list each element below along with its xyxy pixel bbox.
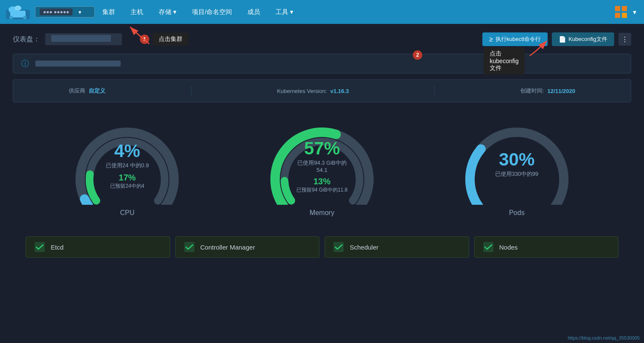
info-text-placeholder — [35, 61, 121, 67]
gauge-used-pods: 已使用330中的99 — [495, 170, 538, 178]
nav-tools[interactable]: 工具▾ — [268, 0, 301, 24]
cluster-name — [45, 33, 122, 45]
stat-version: Kubernetes Version: v1.16.3 — [277, 88, 348, 94]
svg-point-5 — [23, 16, 26, 19]
cluster-selector[interactable]: ●●● ●●●●● ▾ — [35, 6, 95, 17]
status-name: Nodes — [499, 244, 518, 251]
provider-value: 自定义 — [89, 87, 105, 95]
svg-point-2 — [15, 6, 21, 11]
main-content: 仪表盘： 1 点击集群 ≥ 执行kubectl命令行 📄 Kubeconfig文… — [0, 24, 644, 273]
gauge-used-cpu: 已使用24 中的0.9 — [106, 162, 149, 169]
status-item-etcd: Etcd — [26, 236, 170, 258]
gauge-percent-pods: 30% — [495, 151, 538, 169]
nav-host[interactable]: 主机 — [123, 0, 151, 24]
dashboard-header: 仪表盘： 1 点击集群 ≥ 执行kubectl命令行 📄 Kubeconfig文… — [13, 32, 631, 46]
svg-rect-3 — [10, 11, 26, 17]
stat-created: 创建时间: 12/11/2020 — [520, 87, 575, 95]
nav-cluster[interactable]: 集群 — [95, 0, 123, 24]
check-icon — [483, 242, 493, 252]
file-icon: 📄 — [559, 36, 566, 43]
created-value: 12/11/2020 — [548, 88, 575, 94]
logo-icon — [5, 3, 31, 21]
version-value: v1.16.3 — [330, 88, 348, 94]
svg-point-4 — [9, 16, 13, 19]
check-icon — [334, 242, 344, 252]
gauge-reserved-label-memory: 已预留94 GiB中的11.8 — [294, 186, 350, 194]
svg-rect-8 — [615, 13, 620, 18]
stat-divider-2 — [434, 86, 435, 96]
terminal-icon: ≥ — [489, 35, 493, 43]
step-badge-1: 1 — [140, 35, 149, 44]
gauge-used-memory: 已使用94.3 GiB中的54.1 — [294, 159, 350, 173]
nav-dropdown-arrow[interactable]: ▾ — [630, 8, 639, 16]
status-name: Controller Manager — [200, 244, 255, 251]
info-bar: ⓘ — [13, 54, 631, 73]
stat-divider-1 — [191, 86, 191, 96]
watermark: https://blog.csdn.net/qq_35530005 — [568, 335, 640, 340]
svg-rect-9 — [622, 13, 627, 18]
kubeconfig-button[interactable]: 📄 Kubeconfig文件 — [552, 32, 614, 46]
gauge-center-pods: 30%已使用330中的99 — [495, 151, 538, 178]
top-nav: ●●● ●●●●● ▾ 集群 主机 存储▾ 项目/命名空间 成员 工具▾ ▾ — [0, 0, 644, 24]
gauge-pods: 30%已使用330中的99Pods — [428, 119, 606, 217]
gauge-reserved-memory: 13% — [294, 177, 350, 186]
gauge-wrap-memory: 57%已使用94.3 GiB中的54.113%已预留94 GiB中的11.8 — [267, 119, 377, 205]
more-button[interactable]: ⋮ — [618, 33, 631, 46]
annotation1-tooltip: 点击集群 — [153, 33, 189, 46]
gauge-memory: 57%已使用94.3 GiB中的54.113%已预留94 GiB中的11.8Me… — [233, 119, 411, 217]
gauge-reserved-label-cpu: 已预留24中的4 — [106, 183, 149, 190]
dashboard-header-area: 仪表盘： 1 点击集群 ≥ 执行kubectl命令行 📄 Kubeconfig文… — [13, 32, 631, 46]
stat-provider: 供应商 自定义 — [69, 87, 105, 95]
gauge-section: 4%已使用24 中的0.917%已预留24中的4CPU57%已使用94.3 Gi… — [13, 115, 631, 230]
svg-rect-7 — [622, 6, 627, 11]
check-icon — [184, 242, 194, 252]
status-item-nodes: Nodes — [474, 236, 619, 258]
gauge-center-cpu: 4%已使用24 中的0.917%已预留24中的4 — [106, 142, 149, 190]
info-icon: ⓘ — [20, 58, 30, 69]
nav-member[interactable]: 成员 — [240, 0, 268, 24]
gauge-center-memory: 57%已使用94.3 GiB中的54.113%已预留94 GiB中的11.8 — [294, 140, 350, 194]
status-bar: EtcdController ManagerSchedulerNodes — [13, 230, 631, 265]
gauge-wrap-cpu: 4%已使用24 中的0.917%已预留24中的4 — [72, 119, 183, 205]
svg-rect-6 — [615, 6, 620, 11]
kubectl-button[interactable]: ≥ 执行kubectl命令行 — [482, 32, 548, 46]
status-item-controller-manager: Controller Manager — [175, 236, 320, 258]
gauge-wrap-pods: 30%已使用330中的99 — [461, 119, 572, 205]
gauge-name-memory: Memory — [310, 209, 334, 217]
nav-storage[interactable]: 存储▾ — [151, 0, 184, 24]
stats-bar: 供应商 自定义 Kubernetes Version: v1.16.3 创建时间… — [13, 79, 631, 102]
status-name: Etcd — [51, 244, 64, 251]
status-name: Scheduler — [350, 244, 379, 251]
nav-project[interactable]: 项目/命名空间 — [184, 0, 240, 24]
gauge-percent-cpu: 4% — [106, 142, 149, 160]
nav-menu: 集群 主机 存储▾ 项目/命名空间 成员 工具▾ — [95, 0, 301, 24]
version-label: Kubernetes Version: — [277, 88, 327, 94]
provider-label: 供应商 — [69, 87, 85, 95]
gauge-cpu: 4%已使用24 中的0.917%已预留24中的4CPU — [38, 119, 216, 217]
gauge-reserved-cpu: 17% — [106, 173, 149, 183]
dashboard-right: ≥ 执行kubectl命令行 📄 Kubeconfig文件 ⋮ — [482, 32, 631, 46]
created-label: 创建时间: — [520, 87, 544, 95]
dashboard-left: 仪表盘： 1 点击集群 — [13, 33, 189, 46]
dashboard-label: 仪表盘： — [13, 35, 40, 44]
gauge-name-pods: Pods — [509, 209, 524, 217]
check-icon — [35, 242, 45, 252]
gauge-name-cpu: CPU — [120, 209, 134, 217]
status-item-scheduler: Scheduler — [325, 236, 469, 258]
grid-icon[interactable] — [612, 3, 630, 21]
gauge-percent-memory: 57% — [294, 140, 350, 157]
